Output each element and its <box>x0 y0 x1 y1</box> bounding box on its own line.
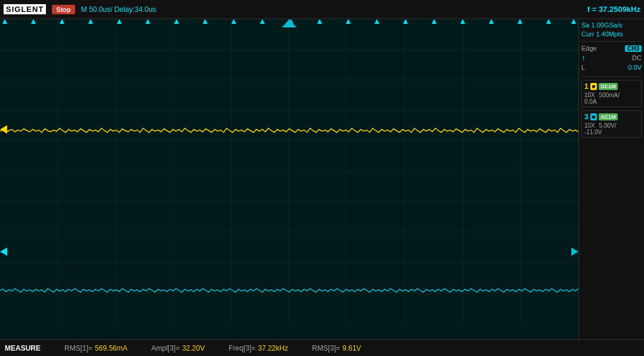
svg-marker-22 <box>117 19 122 24</box>
oscilloscope-screen <box>0 19 578 339</box>
svg-marker-36 <box>518 19 522 24</box>
svg-marker-37 <box>546 19 551 24</box>
trigger-type-label: Edge <box>581 45 597 52</box>
trigger-channel-badge: CH3 <box>625 45 642 52</box>
ch1-title-row: 1 ■ DC1M <box>584 82 639 91</box>
ch3-probe: 10X <box>584 122 595 129</box>
ch3-probe-scale-row: 10X 5.00V/ <box>584 122 639 129</box>
rms3-label: RMS[3]= <box>312 344 340 352</box>
ch1-coupling-badge: DC1M <box>599 83 618 90</box>
svg-marker-33 <box>432 19 436 24</box>
ch1-marker <box>0 125 7 134</box>
svg-marker-35 <box>489 19 494 24</box>
divider-2 <box>581 76 642 77</box>
divider-1 <box>581 41 642 42</box>
trigger-section: Edge CH3 ↑ DC L 0.0V <box>581 45 642 71</box>
right-panel: Sa 1.00GSa/s Curr 1.40Mpts Edge CH3 ↑ DC… <box>578 19 644 339</box>
ch1-number: 1 <box>584 82 589 91</box>
main-area: Sa 1.00GSa/s Curr 1.40Mpts Edge CH3 ↑ DC… <box>0 19 644 339</box>
curr-mpts-row: Curr 1.40Mpts <box>581 30 642 38</box>
ch1-probe-scale-row: 10X 500mA/ <box>584 92 639 98</box>
svg-marker-38 <box>571 19 576 24</box>
rms1-value: 569.56mA <box>95 344 128 352</box>
rms1-label: RMS[1]= <box>64 344 92 352</box>
svg-marker-34 <box>460 19 465 24</box>
svg-marker-29 <box>317 19 322 24</box>
svg-marker-27 <box>260 19 265 24</box>
frequency-display: f = 37.2509kHz <box>587 5 640 14</box>
ampl3-group: Ampl[3]= 32.20V <box>151 344 205 352</box>
ch3-offset-row: -11.0V <box>584 129 639 135</box>
stop-button[interactable]: Stop <box>52 5 75 14</box>
rms3-group: RMS[3]= 9.61V <box>312 344 361 352</box>
oscilloscope-display: SIGLENT Stop M 50.0us/ Delay:34.0us f = … <box>0 0 644 356</box>
ch3-color-badge: ■ <box>590 113 597 120</box>
brand-logo: SIGLENT <box>4 4 46 14</box>
svg-marker-30 <box>346 19 351 24</box>
ampl3-label: Ampl[3]= <box>151 344 180 352</box>
svg-marker-20 <box>60 19 64 24</box>
trigger-right-marker <box>571 247 578 256</box>
trigger-level-label: L <box>581 64 585 71</box>
svg-marker-21 <box>88 19 93 24</box>
timebase-info: M 50.0us/ Delay:34.0us <box>81 5 156 14</box>
svg-marker-18 <box>2 19 7 24</box>
ch3-coupling-badge: AC1M <box>599 113 618 120</box>
ampl3-value: 32.20V <box>182 344 205 352</box>
freq3-value: 37.22kHz <box>258 344 289 352</box>
trigger-slope-row: ↑ DC <box>581 53 642 63</box>
svg-marker-26 <box>231 19 236 24</box>
rms1-group: RMS[1]= 569.56mA <box>64 344 128 352</box>
ch1-section: 1 ■ DC1M 10X 500mA/ 0.0A <box>581 80 642 107</box>
trigger-level-value: 0.0V <box>628 64 642 71</box>
ch1-probe: 10X <box>584 92 595 98</box>
trigger-coupling-label: DC <box>632 54 642 61</box>
freq3-group: Freq[3]= 37.22kHz <box>228 344 288 352</box>
ch1-offset-row: 0.0A <box>584 98 639 105</box>
curr-mpts-value: Curr 1.40Mpts <box>581 30 623 38</box>
svg-marker-39 <box>282 19 296 27</box>
trigger-level-row: L 0.0V <box>581 64 642 71</box>
ch3-number: 3 <box>584 113 589 121</box>
ch3-section: 3 ■ AC1M 10X 5.00V/ -11.0V <box>581 110 642 138</box>
ch3-marker <box>0 247 7 256</box>
ch3-offset: -11.0V <box>584 129 602 135</box>
measure-label: MEASURE <box>5 344 41 352</box>
svg-marker-24 <box>174 19 179 24</box>
trigger-slope-icon: ↑ <box>581 53 586 63</box>
ch1-scale: 500mA/ <box>599 92 620 98</box>
svg-marker-32 <box>403 19 408 24</box>
ch3-title-row: 3 ■ AC1M <box>584 113 639 121</box>
svg-marker-25 <box>203 19 208 24</box>
svg-marker-19 <box>31 19 36 24</box>
trigger-type-row: Edge CH3 <box>581 45 642 52</box>
ch3-scale: 5.00V/ <box>599 122 617 129</box>
svg-marker-23 <box>145 19 150 24</box>
ch1-color-badge: ■ <box>590 83 597 90</box>
measure-bar: MEASURE RMS[1]= 569.56mA Ampl[3]= 32.20V… <box>0 339 644 356</box>
waveform-svg <box>0 19 578 323</box>
sample-rate-row: Sa 1.00GSa/s <box>581 21 642 29</box>
ch1-offset: 0.0A <box>584 98 597 105</box>
rms3-value: 9.61V <box>342 344 361 352</box>
top-bar: SIGLENT Stop M 50.0us/ Delay:34.0us f = … <box>0 0 644 19</box>
sample-rate-value: Sa 1.00GSa/s <box>581 21 623 29</box>
svg-marker-31 <box>374 19 379 24</box>
freq3-label: Freq[3]= <box>228 344 255 352</box>
